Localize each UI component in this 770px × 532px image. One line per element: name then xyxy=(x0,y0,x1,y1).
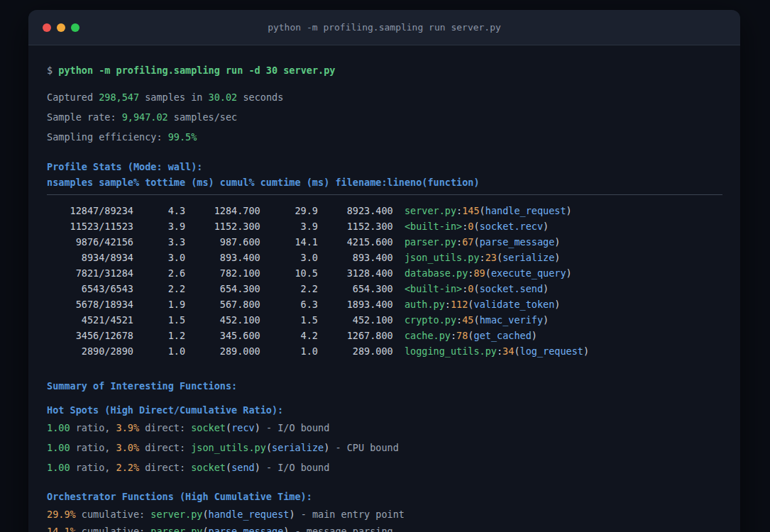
orchestrator-parse-message: 14.1% cumulative: parser.py(parse_messag… xyxy=(47,523,722,532)
text-segment: ( xyxy=(497,252,502,263)
stats-row-log-request: 2890/2890 1.0 289.000 1.0 289.000 loggin… xyxy=(47,343,722,359)
text-segment: - CPU bound xyxy=(329,442,399,453)
stats-row-serialize: 8934/8934 3.0 893.400 3.0 893.400 json_u… xyxy=(47,250,722,265)
text-segment: - main entry point xyxy=(295,509,405,520)
terminal-output: $ python -m profiling.sampling run -d 30… xyxy=(28,45,740,532)
text-segment: ( xyxy=(226,462,231,473)
text-segment: 2.2% xyxy=(116,462,140,473)
text-segment: ) xyxy=(554,236,560,248)
text-segment: Orchestrator Functions (High Cumulative … xyxy=(47,491,312,502)
text-segment: 8934/8934 3.0 893.400 3.0 893.400 xyxy=(47,252,405,263)
text-segment: - I/O bound xyxy=(260,422,330,433)
stats-row-socket-recv: 11523/11523 3.9 1152.300 3.9 1152.300 <b… xyxy=(47,218,722,234)
orchestrator-heading: Orchestrator Functions (High Cumulative … xyxy=(47,489,722,504)
text-segment: 145 xyxy=(462,205,479,216)
text-segment: 30.02 xyxy=(209,92,238,103)
text-segment: ( xyxy=(202,509,208,520)
profile-stats-heading: Profile Stats (Mode: wall): xyxy=(47,159,722,174)
text-segment: 112 xyxy=(451,299,468,310)
text-segment: ratio, xyxy=(70,442,116,453)
summary-heading: Summary of Interesting Functions: xyxy=(47,378,722,394)
stats-row-validate-token: 5678/18934 1.9 567.800 6.3 1893.400 auth… xyxy=(47,297,722,312)
minimize-button[interactable] xyxy=(57,23,65,32)
text-segment: send xyxy=(231,462,255,473)
text-segment: ( xyxy=(514,345,519,357)
text-segment: 9,947.02 xyxy=(122,111,168,123)
text-segment: : xyxy=(445,299,451,310)
stats-row-execute-query: 7821/31284 2.6 782.100 10.5 3128.400 dat… xyxy=(47,265,722,281)
text-segment: 9876/42156 3.3 987.600 14.1 4215.600 xyxy=(47,236,405,248)
text-segment: : xyxy=(480,252,485,263)
hot-spots-heading: Hot Spots (High Direct/Cumulative Ratio)… xyxy=(47,402,722,418)
text-segment: server.py xyxy=(150,509,202,520)
text-segment: : xyxy=(451,330,456,341)
stats-row-handle-request: 12847/89234 4.3 1284.700 29.9 8923.400 s… xyxy=(47,203,722,218)
text-segment: handle_request xyxy=(209,509,290,520)
sampling-efficiency-line: Sampling efficiency: 99.5% xyxy=(47,129,722,145)
text-segment: Hot Spots (High Direct/Cumulative Ratio)… xyxy=(47,404,283,416)
sample-rate-line: Sample rate: 9,947.02 samples/sec xyxy=(47,109,722,125)
text-segment: ) xyxy=(566,205,572,216)
text-segment: ) xyxy=(532,330,537,341)
text-segment: 1.00 xyxy=(47,422,70,433)
text-segment: direct: xyxy=(139,442,191,453)
text-segment: cumulative: xyxy=(76,526,151,532)
text-segment: json_utils.py xyxy=(191,442,266,453)
text-segment: server.py xyxy=(405,205,456,216)
text-segment: log_request xyxy=(520,345,583,357)
stats-row-get-cached: 3456/12678 1.2 345.600 4.2 1267.800 cach… xyxy=(47,328,722,343)
text-segment: 7821/31284 2.6 782.100 10.5 3128.400 xyxy=(47,267,405,279)
text-segment: parser.py xyxy=(150,526,202,532)
text-segment: execute_query xyxy=(491,267,566,279)
text-segment: ( xyxy=(473,314,479,326)
stats-table-divider xyxy=(47,194,722,195)
text-segment: crypto.py xyxy=(405,314,456,326)
text-segment: 11523/11523 3.9 1152.300 3.9 1152.300 xyxy=(47,221,405,232)
text-segment: ) xyxy=(289,509,295,520)
text-segment: ( xyxy=(485,267,491,279)
close-button[interactable] xyxy=(43,23,51,32)
text-segment: parse_message xyxy=(209,526,284,532)
stats-row-hmac-verify: 4521/4521 1.5 452.100 1.5 452.100 crypto… xyxy=(47,312,722,328)
text-segment: 99.5% xyxy=(168,131,197,143)
text-segment: cumulative: xyxy=(76,509,151,520)
text-segment: ) xyxy=(554,252,560,263)
text-segment: 4521/4521 1.5 452.100 1.5 452.100 xyxy=(47,314,405,326)
text-segment: : xyxy=(497,345,502,357)
text-segment: ( xyxy=(473,221,479,232)
text-segment: socket xyxy=(191,462,226,473)
text-segment: 5678/18934 1.9 567.800 6.3 1893.400 xyxy=(47,299,405,310)
text-segment: 3.9% xyxy=(116,422,140,433)
text-segment: $ xyxy=(47,65,58,76)
text-segment: Sampling efficiency: xyxy=(47,131,168,143)
text-segment: json_utils.py xyxy=(405,252,480,263)
text-segment: samples/sec xyxy=(168,111,238,123)
text-segment: get_cached xyxy=(474,330,532,341)
text-segment: samples in xyxy=(139,92,209,103)
text-segment: serialize xyxy=(502,252,554,263)
text-segment: <built-in> xyxy=(405,221,462,232)
command-line: $ python -m profiling.sampling run -d 30… xyxy=(47,62,722,78)
text-segment: ( xyxy=(468,330,473,341)
text-segment: Profile Stats (Mode: wall): xyxy=(47,161,202,172)
text-segment: 34 xyxy=(502,345,514,357)
text-segment: auth.py xyxy=(405,299,445,310)
text-segment: ) xyxy=(543,221,549,232)
text-segment: cache.py xyxy=(405,330,451,341)
text-segment: socket xyxy=(191,422,226,433)
maximize-button[interactable] xyxy=(71,23,79,32)
text-segment: 89 xyxy=(473,267,485,279)
text-segment: python -m profiling.sampling run -d 30 s… xyxy=(58,65,335,76)
text-segment: Captured xyxy=(47,92,99,103)
text-segment: - message parsing xyxy=(289,526,392,532)
stats-table-header: nsamples sample% tottime (ms) cumul% cum… xyxy=(47,174,722,190)
text-segment: : xyxy=(456,236,462,248)
text-segment: 23 xyxy=(485,252,497,263)
orchestrator-handle-request: 29.9% cumulative: server.py(handle_reque… xyxy=(47,506,722,522)
text-segment: socket.send xyxy=(480,283,543,294)
text-segment: Summary of Interesting Functions: xyxy=(47,380,237,392)
titlebar[interactable]: python -m profiling.sampling run server.… xyxy=(28,10,740,45)
text-segment: ( xyxy=(202,526,208,532)
text-segment: 1.00 xyxy=(47,462,70,473)
stats-row-parse-message: 9876/42156 3.3 987.600 14.1 4215.600 par… xyxy=(47,234,722,250)
